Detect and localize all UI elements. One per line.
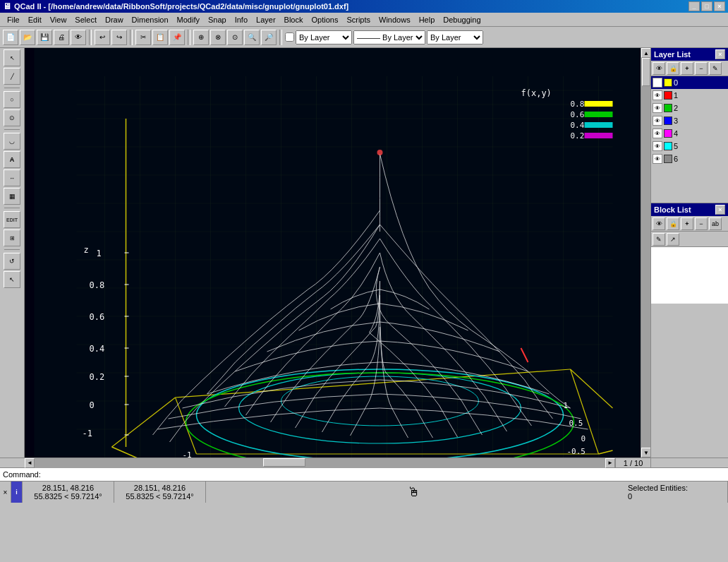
lt-hatch[interactable]: ▦ [4,188,20,205]
block-pencil-button[interactable]: ✎ [653,233,665,246]
layer-5-eye[interactable]: 👁 [653,141,662,151]
layer-lock-button[interactable]: 🔒 [667,62,679,75]
tb-print[interactable]: 🖨 [54,30,69,45]
h-scrollbar-row: ◄ ► 1 / 10 [0,458,728,467]
width-select[interactable]: By Layer [427,30,483,44]
block-close-button[interactable]: × [715,205,725,215]
lt-pointer[interactable]: ↖ [4,271,20,288]
layer-3-eye[interactable]: 👁 [653,116,662,126]
menu-help[interactable]: Help [415,14,439,25]
menu-block[interactable]: Block [280,14,308,25]
scroll-down-button[interactable]: ▼ [641,448,650,458]
svg-rect-75 [585,112,613,117]
block-lock-button[interactable]: 🔒 [667,217,679,230]
h-scroll-track[interactable] [35,458,605,468]
layer-item-5[interactable]: 👁 5 [651,140,728,153]
layer-panel-header: Layer List × [651,48,728,61]
menu-draw[interactable]: Draw [101,14,128,25]
layer-item-3[interactable]: 👁 3 [651,114,728,127]
lt-zoom[interactable]: ⊙ [4,109,20,126]
layer-item-0[interactable]: 👁 0 [651,76,728,89]
tb-preview[interactable]: 👁 [71,30,86,45]
lt-circle[interactable]: ○ [4,91,20,108]
svg-text:0.8: 0.8 [571,100,585,109]
layer-item-2[interactable]: 👁 2 [651,102,728,114]
v-scrollbar[interactable]: ▲ ▼ [641,48,650,458]
tb-zoomin[interactable]: 🔍 [244,30,260,45]
minimize-button[interactable]: _ [688,1,700,11]
scroll-left-button[interactable]: ◄ [25,458,35,468]
layer-1-eye[interactable]: 👁 [653,90,662,100]
layer-close-button[interactable]: × [715,49,725,59]
tb-save[interactable]: 💾 [37,30,52,45]
line-select[interactable]: ——— By Layer [353,30,425,44]
lt-arc[interactable]: ◡ [4,133,20,150]
layer-0-name: 0 [674,78,678,87]
svg-text:0.4: 0.4 [90,344,105,354]
menu-info[interactable]: Info [231,14,252,25]
lt-line[interactable]: ╱ [4,68,20,85]
tb-snap3[interactable]: ⊙ [227,30,243,45]
lt-dim[interactable]: ↔ [4,169,20,186]
menu-options[interactable]: Options [307,14,342,25]
menu-dimension[interactable]: Dimension [128,14,173,25]
command-input[interactable] [44,470,725,479]
layer-edit-button[interactable]: ✎ [709,62,722,75]
tb-zoomout[interactable]: 🔎 [261,30,277,45]
layer-remove-button[interactable]: − [695,62,708,75]
lt-select[interactable]: ↖ [4,49,20,66]
layer-add-button[interactable]: + [681,62,693,75]
layer-item-4[interactable]: 👁 4 [651,127,728,140]
layer-5-color [664,142,672,150]
layer-eye-button[interactable]: 👁 [653,62,665,75]
block-panel-title: Block List [654,205,691,214]
block-add-button[interactable]: + [681,217,693,230]
tb-copy[interactable]: 📋 [152,30,168,45]
tb-snap1[interactable]: ⊕ [193,30,209,45]
lt-text[interactable]: A [4,151,20,168]
scroll-thumb-v[interactable] [642,58,650,86]
block-insert-button[interactable]: ↗ [667,233,679,246]
menu-select[interactable]: Select [71,14,101,25]
menu-debugging[interactable]: Debugging [439,14,485,25]
menu-view[interactable]: View [46,14,71,25]
scroll-up-button[interactable]: ▲ [641,48,650,58]
scroll-track-v[interactable] [641,58,650,448]
scroll-right-button[interactable]: ► [605,458,615,468]
maximize-button[interactable]: □ [701,1,712,11]
canvas-area[interactable]: z 1 0.8 0.6 0.4 0.2 0 -1 x -1 [25,48,650,458]
menu-file[interactable]: File [3,14,24,25]
menu-windows[interactable]: Windows [375,14,415,25]
fill-checkbox[interactable] [285,32,294,42]
tb-snap2[interactable]: ⊗ [210,30,226,45]
tb-redo[interactable]: ↪ [111,30,127,45]
svg-text:-0.5: -0.5 [567,447,586,456]
tb-cut[interactable]: ✂ [135,30,151,45]
title-bar-controls[interactable]: _ □ × [688,1,725,11]
layer-6-eye[interactable]: 👁 [653,154,662,164]
block-edit-button[interactable]: ab [709,217,722,230]
layer-4-eye[interactable]: 👁 [653,128,662,138]
fill-select[interactable]: By Layer [296,30,352,44]
lt-reset[interactable]: ↺ [4,253,20,270]
block-remove-button[interactable]: − [695,217,708,230]
layer-item-1[interactable]: 👁 1 [651,89,728,102]
layer-panel: Layer List × 👁 🔒 + − ✎ 👁 0 👁 [651,48,728,203]
h-scrollbar[interactable]: ◄ ► [25,458,615,467]
menu-edit[interactable]: Edit [24,14,46,25]
menu-modify[interactable]: Modify [173,14,204,25]
h-scroll-thumb[interactable] [263,458,305,467]
menu-layer[interactable]: Layer [252,14,280,25]
close-button[interactable]: × [714,1,725,11]
tb-paste[interactable]: 📌 [169,30,185,45]
block-eye-button[interactable]: 👁 [653,217,665,230]
menu-scripts[interactable]: Scripts [342,14,375,25]
layer-0-eye[interactable]: 👁 [653,78,662,88]
tb-open[interactable]: 📂 [20,30,35,45]
layer-item-6[interactable]: 👁 6 [651,153,728,165]
lt-measure[interactable]: ⊞ [4,229,20,246]
tb-undo[interactable]: ↩ [95,30,110,45]
layer-2-eye[interactable]: 👁 [653,103,662,113]
tb-new[interactable]: 📄 [3,30,18,45]
menu-snap[interactable]: Snap [204,14,231,25]
